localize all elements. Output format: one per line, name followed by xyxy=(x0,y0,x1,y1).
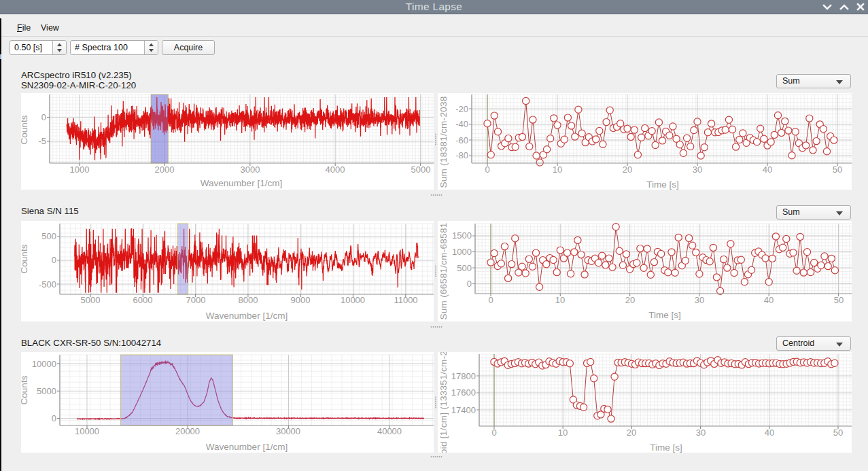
svg-text:30: 30 xyxy=(695,295,704,305)
svg-text:500: 500 xyxy=(41,231,56,241)
svg-text:10000: 10000 xyxy=(75,426,99,436)
svg-text:40: 40 xyxy=(763,164,772,175)
svg-text:Sum (66581/cm-68581: Sum (66581/cm-68581 xyxy=(438,222,449,319)
svg-text:Counts: Counts xyxy=(21,375,29,404)
svg-text:8000: 8000 xyxy=(239,295,258,305)
svg-text:5000: 5000 xyxy=(411,164,431,175)
svg-text:17800: 17800 xyxy=(451,371,476,381)
svg-text:Time [s]: Time [s] xyxy=(650,442,682,453)
svg-text:-20: -20 xyxy=(455,104,468,114)
svg-text:50: 50 xyxy=(834,295,844,305)
svg-text:-5: -5 xyxy=(38,136,46,146)
svg-text:Counts: Counts xyxy=(21,115,29,144)
svg-text:-60: -60 xyxy=(455,135,468,145)
svg-text:7000: 7000 xyxy=(186,295,206,305)
svg-text:10000: 10000 xyxy=(341,295,365,305)
svg-text:0: 0 xyxy=(485,164,489,175)
svg-text:6000: 6000 xyxy=(133,295,153,305)
svg-text:1500: 1500 xyxy=(452,230,472,241)
svg-text:17600: 17600 xyxy=(451,387,476,398)
svg-text:20: 20 xyxy=(625,295,635,305)
svg-text:20000: 20000 xyxy=(175,426,200,436)
svg-text:0: 0 xyxy=(488,295,493,305)
svg-text:20: 20 xyxy=(627,428,636,438)
svg-text:40000: 40000 xyxy=(377,426,402,436)
svg-text:5000: 5000 xyxy=(81,295,101,305)
svg-text:3000: 3000 xyxy=(241,164,260,175)
svg-text:10: 10 xyxy=(553,164,562,175)
svg-text:40: 40 xyxy=(765,428,774,438)
svg-text:500: 500 xyxy=(457,263,472,273)
svg-text:40: 40 xyxy=(764,295,774,305)
svg-text:0: 0 xyxy=(52,255,56,265)
svg-text:30: 30 xyxy=(693,164,702,175)
svg-text:0: 0 xyxy=(52,413,56,423)
svg-text:Time [s]: Time [s] xyxy=(646,179,679,190)
svg-text:10000: 10000 xyxy=(32,359,56,369)
svg-text:1000: 1000 xyxy=(452,247,472,257)
svg-text:Wavenumber [1/cm]: Wavenumber [1/cm] xyxy=(206,442,288,452)
svg-text:30: 30 xyxy=(696,428,706,438)
svg-text:11000: 11000 xyxy=(394,295,417,305)
svg-text:50: 50 xyxy=(833,428,843,438)
svg-text:10: 10 xyxy=(558,428,568,438)
svg-text:2000: 2000 xyxy=(155,164,175,175)
svg-text:-80: -80 xyxy=(455,150,468,160)
svg-text:Counts: Counts xyxy=(21,244,29,273)
svg-text:Wavenumber [1/cm]: Wavenumber [1/cm] xyxy=(201,178,282,188)
svg-text:50: 50 xyxy=(833,164,842,175)
svg-text:Time [s]: Time [s] xyxy=(648,310,681,320)
svg-text:5000: 5000 xyxy=(37,386,56,396)
svg-text:10: 10 xyxy=(555,295,565,305)
svg-text:4000: 4000 xyxy=(326,164,345,175)
svg-text:Sum (18381/cm-2038: Sum (18381/cm-2038 xyxy=(438,96,449,188)
svg-text:17400: 17400 xyxy=(451,405,476,415)
svg-text:-40: -40 xyxy=(455,119,468,129)
svg-text:9000: 9000 xyxy=(291,295,311,305)
svg-text:20: 20 xyxy=(623,164,632,175)
svg-text:1000: 1000 xyxy=(70,164,90,175)
svg-text:30000: 30000 xyxy=(276,426,300,436)
svg-text:0: 0 xyxy=(467,279,472,289)
svg-text:Wavenumber [1/cm]: Wavenumber [1/cm] xyxy=(206,311,288,321)
svg-text:-500: -500 xyxy=(39,279,56,290)
svg-text:oid [1/cm] (133351/cm-2: oid [1/cm] (133351/cm-2 xyxy=(438,352,449,453)
svg-text:0: 0 xyxy=(491,428,496,438)
svg-text:0: 0 xyxy=(41,112,46,122)
